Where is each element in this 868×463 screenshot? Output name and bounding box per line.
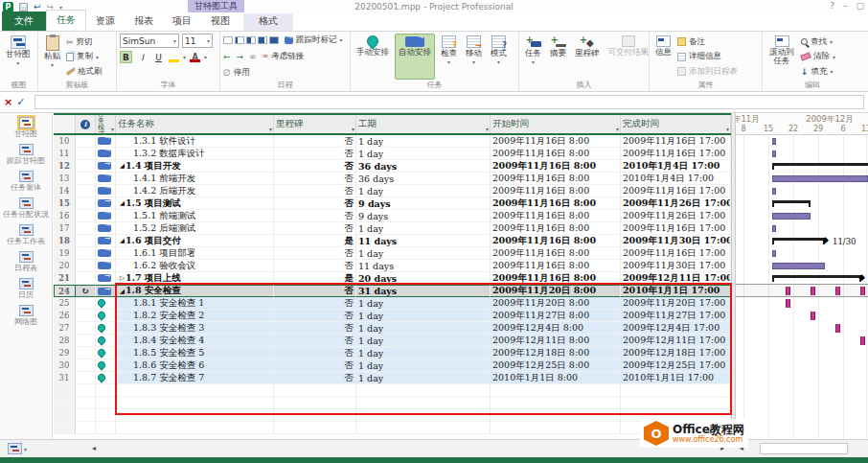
- task-name-column-header[interactable]: 任务名称▾: [116, 115, 274, 133]
- move-task-button[interactable]: → 移动 ▾: [463, 34, 485, 80]
- start-cell[interactable]: 2009年11月20日 8:00: [491, 285, 621, 297]
- duration-cell[interactable]: 1 day: [356, 310, 491, 322]
- finish-cell[interactable]: 2009年11月30日 17:00: [621, 235, 731, 247]
- expand-collapse-icon[interactable]: ◢: [120, 199, 125, 207]
- task-name-cell[interactable]: 1.8.3 安全检查 3: [116, 322, 274, 335]
- table-row-16[interactable]: 161.5.1 前端测试否9 days2009年11月16日 8:002009年…: [54, 210, 731, 222]
- table-row-31[interactable]: 311.8.7 安全检查 7否1 day2010年1月1日 8:002010年1…: [54, 372, 731, 384]
- recurring-task-bar[interactable]: [860, 287, 865, 295]
- table-row-11[interactable]: 111.3.2 数据库设计否1 day2009年11月16日 8:002009年…: [54, 148, 731, 160]
- duration-cell[interactable]: 1 day: [356, 372, 491, 384]
- duration-cell[interactable]: 1 day: [356, 222, 491, 235]
- task-name-cell[interactable]: 1.8.6 安全检查 6: [116, 359, 274, 372]
- task-bar[interactable]: [772, 213, 811, 220]
- milestone-cell[interactable]: 否: [274, 359, 356, 372]
- insert-summary-button[interactable]: + 摘要: [547, 34, 569, 80]
- summary-bar[interactable]: [772, 200, 811, 203]
- start-cell[interactable]: 2009年11月16日 8:00: [491, 260, 621, 272]
- restore-button[interactable]: ▢: [856, 1, 864, 11]
- view-switcher-button[interactable]: ▾: [8, 443, 27, 454]
- duration-cell[interactable]: 11 days: [356, 260, 491, 272]
- finish-cell[interactable]: 2010年1月4日 17:00: [621, 173, 731, 185]
- font-color-button[interactable]: A: [190, 53, 200, 62]
- finish-cell[interactable]: 2009年12月25日 17:00: [621, 359, 731, 372]
- duration-cell[interactable]: 1 day: [356, 335, 491, 347]
- tab-file[interactable]: 文件: [2, 12, 46, 31]
- recurring-task-bar[interactable]: [786, 287, 790, 295]
- table-row-12[interactable]: 12◢1.4 项目开发否36 days2009年11月16日 8:002010年…: [54, 160, 731, 173]
- milestone-cell[interactable]: 否: [274, 135, 356, 148]
- table-row-19[interactable]: 191.6.1 项目部署否1 day2009年11月16日 8:002009年1…: [54, 247, 731, 260]
- filter-arrow-icon[interactable]: ▾: [111, 126, 114, 132]
- add-to-timeline-button[interactable]: 添加到日程表: [677, 65, 738, 78]
- task-name-cell[interactable]: ◢1.4 项目开发: [116, 160, 274, 173]
- app-icon[interactable]: P: [3, 2, 13, 12]
- duration-cell[interactable]: 1 day: [356, 297, 491, 310]
- cancel-entry-button[interactable]: ×: [4, 96, 12, 108]
- milestone-diamond-icon[interactable]: ◆: [822, 236, 829, 244]
- inactivate-button[interactable]: ∅停用: [223, 66, 347, 79]
- milestone-cell[interactable]: 否: [274, 335, 356, 347]
- finish-cell[interactable]: 2010年1月1日 17:00: [621, 285, 731, 297]
- task-name-cell[interactable]: 1.8.1 安全检查 1: [116, 297, 274, 310]
- format-painter-button[interactable]: 格式刷: [66, 65, 103, 78]
- link-tasks-icon[interactable]: ∞: [249, 52, 257, 61]
- table-row-25[interactable]: 251.8.1 安全检查 1否1 day2009年11月20日 8:002009…: [54, 297, 731, 310]
- underline-button[interactable]: U: [152, 51, 165, 63]
- start-cell[interactable]: 2009年11月20日 8:00: [491, 297, 621, 310]
- duration-cell[interactable]: 1 day: [356, 247, 491, 260]
- milestone-cell[interactable]: 否: [274, 347, 356, 359]
- table-row-14[interactable]: 141.4.2 后端开发否1 day2009年11月16日 8:002009年1…: [54, 185, 731, 197]
- filter-arrow-icon[interactable]: ▾: [486, 126, 489, 132]
- insert-task-button[interactable]: + 任务 ▾: [522, 34, 544, 80]
- filter-arrow-icon[interactable]: ▾: [352, 126, 354, 132]
- duration-cell[interactable]: 9 days: [356, 210, 491, 222]
- milestone-diamond-icon[interactable]: ◆: [858, 273, 865, 282]
- highlight-color-button[interactable]: [169, 53, 179, 62]
- milestone-cell[interactable]: 否: [274, 210, 356, 222]
- recurring-task-bar[interactable]: [835, 324, 840, 333]
- summary-bar[interactable]: [772, 238, 825, 241]
- start-cell[interactable]: 2009年11月16日 8:00: [491, 197, 621, 210]
- table-row-30[interactable]: 301.8.6 安全检查 6否1 day2009年12月25日 8:002009…: [54, 359, 731, 372]
- start-cell[interactable]: 2009年11月16日 8:00: [491, 222, 621, 235]
- finish-cell[interactable]: 2009年11月30日 17:00: [621, 260, 731, 272]
- finish-cell[interactable]: 2009年12月4日 17:00: [621, 322, 731, 335]
- start-cell[interactable]: 2010年1月1日 8:00: [491, 372, 621, 384]
- auto-schedule-button[interactable]: 自动安排: [395, 34, 435, 80]
- task-name-cell[interactable]: ◢1.8 安全检查: [116, 285, 274, 297]
- tab-format[interactable]: 格式: [257, 12, 280, 31]
- start-cell[interactable]: 2009年11月16日 8:00: [491, 235, 621, 247]
- milestone-cell[interactable]: 否: [274, 185, 356, 197]
- start-column-header[interactable]: 开始时间▾: [491, 115, 621, 133]
- copy-button[interactable]: 复制▾: [66, 51, 103, 63]
- table-row-27[interactable]: 271.8.3 安全检查 3否1 day2009年12月4日 8:002009年…: [54, 322, 731, 335]
- task-name-cell[interactable]: 1.5.1 前端测试: [116, 210, 274, 222]
- recurring-task-bar[interactable]: [835, 287, 840, 295]
- recurring-task-bar[interactable]: [786, 299, 790, 308]
- task-name-cell[interactable]: 1.4.2 后端开发: [116, 185, 274, 197]
- recurring-task-bar[interactable]: [811, 312, 815, 320]
- help-button[interactable]: ?: [830, 1, 834, 11]
- finish-cell[interactable]: 2009年11月26日 17:00: [621, 197, 731, 210]
- finish-cell[interactable]: 2009年11月16日 17:00: [621, 135, 731, 148]
- bold-button[interactable]: B: [120, 51, 132, 63]
- expand-collapse-icon[interactable]: ▷: [120, 274, 125, 282]
- details-button[interactable]: 详细信息: [677, 51, 738, 63]
- milestone-cell[interactable]: 否: [274, 197, 356, 210]
- start-cell[interactable]: 2009年12月25日 8:00: [491, 359, 621, 372]
- task-name-cell[interactable]: 1.4.1 前端开发: [116, 173, 274, 185]
- start-cell[interactable]: 2009年11月16日 8:00: [491, 135, 621, 148]
- duration-cell[interactable]: 31 days: [356, 285, 491, 297]
- notes-button[interactable]: 备注: [677, 35, 738, 48]
- start-cell[interactable]: 2009年11月16日 8:00: [491, 160, 621, 173]
- task-name-cell[interactable]: ▷1.7 项目上线: [116, 272, 274, 285]
- milestone-cell[interactable]: 否: [274, 260, 356, 272]
- percent-100-icon[interactable]: [269, 36, 279, 44]
- duration-cell[interactable]: 1 day: [356, 322, 491, 335]
- recurring-task-bar[interactable]: [860, 336, 865, 345]
- undo-icon[interactable]: ↩: [34, 2, 41, 12]
- tab-view[interactable]: 视图: [201, 12, 240, 31]
- inspect-button[interactable]: ? 检查 ▾: [438, 34, 460, 80]
- start-cell[interactable]: 2009年11月16日 8:00: [491, 185, 621, 197]
